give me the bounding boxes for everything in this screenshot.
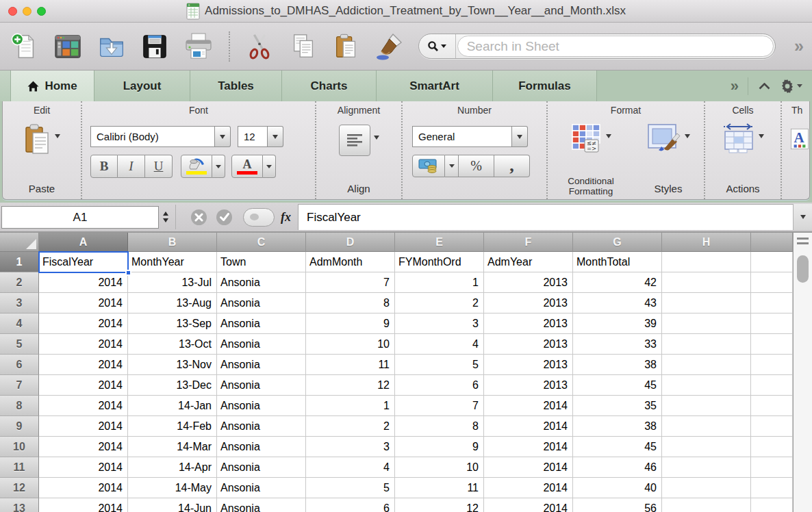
cell-C6[interactable]: Ansonia — [217, 355, 306, 375]
column-header-D[interactable]: D — [306, 233, 395, 252]
column-header-F[interactable]: F — [484, 233, 573, 252]
tab-formulas[interactable]: Formulas — [493, 71, 597, 101]
cell-E11[interactable]: 10 — [395, 457, 484, 478]
cell-F2[interactable]: 2013 — [484, 272, 573, 293]
paste-button[interactable] — [331, 31, 361, 62]
cell-B11[interactable]: 14-Apr — [128, 457, 217, 478]
column-header-B[interactable]: B — [128, 233, 217, 252]
font-name-value[interactable]: Calibri (Body) — [90, 126, 215, 147]
cell-A11[interactable]: 2014 — [39, 457, 128, 478]
cell-B10[interactable]: 14-Mar — [128, 437, 217, 457]
cell-C10[interactable]: Ansonia — [217, 437, 306, 457]
comma-format-button[interactable]: , — [494, 155, 530, 177]
cell-partial-10[interactable] — [751, 437, 793, 457]
cell-partial-5[interactable] — [751, 334, 793, 355]
cell-F7[interactable]: 2013 — [484, 375, 573, 396]
cell-H13[interactable] — [662, 498, 751, 512]
cell-A6[interactable]: 2014 — [39, 355, 128, 375]
cell-partial-8[interactable] — [751, 396, 793, 416]
format-painter-button[interactable] — [375, 31, 405, 62]
cell-A10[interactable]: 2014 — [39, 437, 128, 457]
cell-G2[interactable]: 42 — [573, 272, 662, 293]
tab-layout[interactable]: Layout — [94, 71, 190, 101]
cell-partial-13[interactable] — [751, 498, 793, 512]
cell-G8[interactable]: 35 — [573, 396, 662, 416]
column-header-E[interactable]: E — [395, 233, 484, 252]
currency-format-button[interactable] — [412, 155, 445, 177]
accept-entry-button[interactable] — [216, 209, 232, 225]
cell-B8[interactable]: 14-Jan — [128, 396, 217, 416]
cell-A2[interactable]: 2014 — [39, 272, 128, 293]
cell-G5[interactable]: 33 — [573, 334, 662, 355]
cell-partial-2[interactable] — [751, 272, 793, 293]
cell-F9[interactable]: 2014 — [484, 416, 573, 437]
cell-partial-6[interactable] — [751, 355, 793, 375]
cell-H9[interactable] — [662, 416, 751, 437]
cell-partial-4[interactable] — [751, 313, 793, 334]
insert-function-button[interactable]: fx — [281, 210, 291, 225]
cell-A1[interactable]: FiscalYear — [39, 252, 128, 272]
cell-partial-1[interactable] — [751, 252, 793, 272]
tab-charts[interactable]: Charts — [282, 71, 377, 101]
column-header-C[interactable]: C — [217, 233, 306, 252]
cell-E1[interactable]: FYMonthOrd — [395, 252, 484, 272]
cancel-entry-button[interactable] — [191, 209, 207, 225]
cell-B12[interactable]: 14-May — [128, 478, 217, 498]
cell-E10[interactable]: 9 — [395, 437, 484, 457]
row-header-1[interactable]: 1 — [0, 252, 39, 272]
cell-D10[interactable]: 3 — [306, 437, 395, 457]
workbook-gallery-button[interactable] — [53, 31, 83, 62]
cell-A9[interactable]: 2014 — [39, 416, 128, 437]
cell-partial-11[interactable] — [751, 457, 793, 478]
ribbon-settings-button[interactable] — [781, 79, 802, 93]
italic-button[interactable]: I — [118, 155, 145, 178]
cell-G7[interactable]: 45 — [573, 375, 662, 396]
formula-input[interactable]: FiscalYear — [298, 204, 793, 230]
column-header-H[interactable]: H — [662, 233, 751, 252]
row-header-3[interactable]: 3 — [0, 293, 39, 313]
cell-D4[interactable]: 9 — [306, 313, 395, 334]
fill-color-button[interactable] — [181, 155, 212, 178]
cell-B5[interactable]: 13-Oct — [128, 334, 217, 355]
selection-fill-handle[interactable] — [125, 270, 131, 276]
row-header-13[interactable]: 13 — [0, 498, 39, 512]
save-button[interactable] — [140, 31, 170, 62]
new-workbook-button[interactable] — [10, 31, 40, 62]
fill-color-dropdown-button[interactable] — [212, 155, 225, 178]
cell-F5[interactable]: 2013 — [484, 334, 573, 355]
cell-H1[interactable] — [662, 252, 751, 272]
align-split-button[interactable] — [316, 125, 401, 156]
cell-partial-7[interactable] — [751, 375, 793, 396]
cell-G3[interactable]: 43 — [573, 293, 662, 313]
row-header-9[interactable]: 9 — [0, 416, 39, 437]
tab-home[interactable]: Home — [11, 71, 94, 101]
cell-C9[interactable]: Ansonia — [217, 416, 306, 437]
cell-G12[interactable]: 40 — [573, 478, 662, 498]
font-name-dropdown-button[interactable] — [215, 126, 231, 147]
zoom-window-button[interactable] — [37, 7, 46, 16]
cut-button[interactable] — [244, 31, 275, 62]
cell-D8[interactable]: 1 — [306, 396, 395, 416]
cell-D9[interactable]: 2 — [306, 416, 395, 437]
cell-partial-12[interactable] — [751, 478, 793, 498]
align-button[interactable] — [339, 125, 370, 156]
cell-F3[interactable]: 2013 — [484, 293, 573, 313]
row-header-8[interactable]: 8 — [0, 396, 39, 416]
cell-G6[interactable]: 38 — [573, 355, 662, 375]
search-box[interactable]: Search in Sheet — [418, 34, 776, 59]
underline-button[interactable]: U — [145, 155, 173, 178]
cell-B9[interactable]: 14-Feb — [128, 416, 217, 437]
cell-H4[interactable] — [662, 313, 751, 334]
cell-H3[interactable] — [662, 293, 751, 313]
cell-D5[interactable]: 10 — [306, 334, 395, 355]
font-size-combo[interactable]: 12 — [238, 126, 283, 147]
cell-E2[interactable]: 1 — [395, 272, 484, 293]
cell-B2[interactable]: 13-Jul — [128, 272, 217, 293]
cell-D3[interactable]: 8 — [306, 293, 395, 313]
cell-H5[interactable] — [662, 334, 751, 355]
cell-C4[interactable]: Ansonia — [217, 313, 306, 334]
cell-G9[interactable]: 38 — [573, 416, 662, 437]
cell-G10[interactable]: 45 — [573, 437, 662, 457]
cell-F6[interactable]: 2013 — [484, 355, 573, 375]
cell-B13[interactable]: 14-Jun — [128, 498, 217, 512]
